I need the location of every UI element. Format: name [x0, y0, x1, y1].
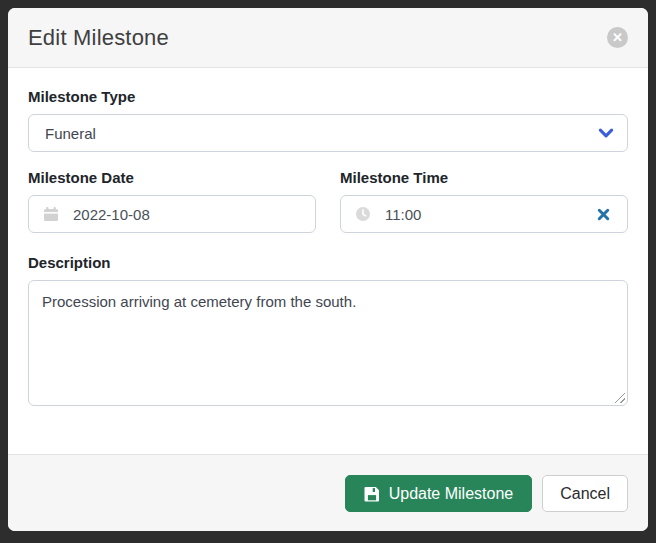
milestone-date-label: Milestone Date: [28, 169, 316, 186]
milestone-time-value: 11:00: [385, 206, 592, 223]
milestone-date-value: 2022-10-08: [73, 206, 303, 223]
clock-icon: [355, 206, 371, 222]
cancel-button[interactable]: Cancel: [542, 475, 628, 512]
modal-footer: Update Milestone Cancel: [8, 454, 648, 531]
time-column: Milestone Time 11:00: [340, 169, 628, 233]
save-icon: [364, 486, 380, 502]
page-title: Edit Milestone: [28, 25, 169, 51]
calendar-icon: [43, 206, 59, 222]
date-column: Milestone Date 2022-10-08: [28, 169, 316, 233]
edit-milestone-dialog: Edit Milestone ✕ Milestone Type Funeral …: [8, 8, 648, 531]
x-icon: [596, 207, 611, 222]
chevron-down-icon: [597, 124, 615, 142]
date-time-row: Milestone Date 2022-10-08 Milestone Time: [28, 169, 628, 233]
milestone-time-input[interactable]: 11:00: [340, 195, 628, 233]
modal-body: Milestone Type Funeral Milestone Date: [8, 68, 648, 454]
description-textarea[interactable]: Procession arriving at cemetery from the…: [28, 280, 628, 406]
milestone-time-label: Milestone Time: [340, 169, 628, 186]
cancel-label: Cancel: [560, 485, 610, 503]
modal-header: Edit Milestone ✕: [8, 8, 648, 68]
close-button[interactable]: ✕: [607, 27, 628, 48]
milestone-type-select[interactable]: Funeral: [28, 114, 628, 152]
description-label: Description: [28, 254, 628, 271]
milestone-type-label: Milestone Type: [28, 88, 628, 105]
update-milestone-button[interactable]: Update Milestone: [345, 475, 533, 512]
description-block: Description Procession arriving at cemet…: [28, 254, 628, 406]
milestone-type-value: Funeral: [45, 125, 597, 142]
close-icon: ✕: [612, 30, 623, 45]
update-milestone-label: Update Milestone: [389, 485, 514, 503]
milestone-date-input[interactable]: 2022-10-08: [28, 195, 316, 233]
modal-backdrop: { "modal": { "title": "Edit Milestone" }…: [0, 0, 656, 543]
clear-time-button[interactable]: [592, 205, 615, 224]
